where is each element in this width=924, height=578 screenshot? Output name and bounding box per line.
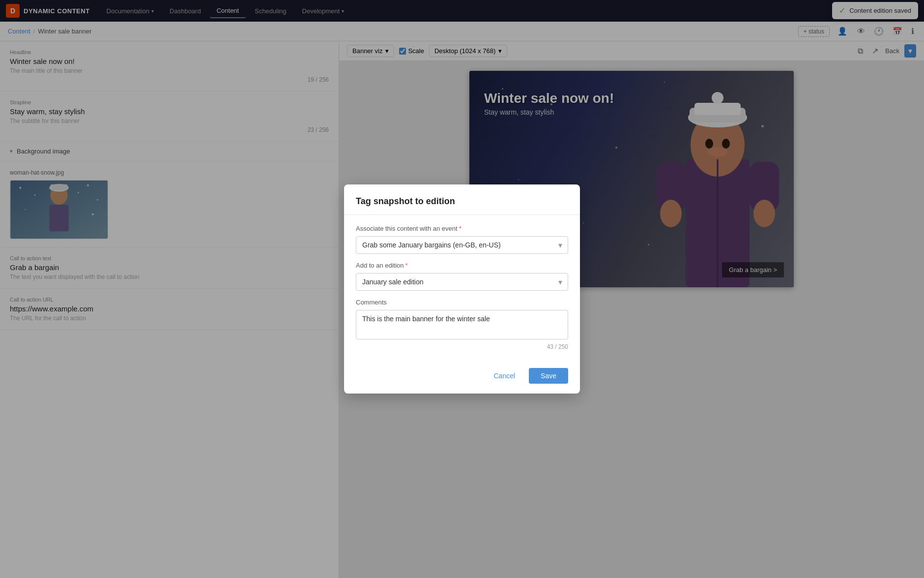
comments-textarea[interactable]: This is the main banner for the winter s… (356, 310, 568, 339)
edition-field-label: Add to an edition * (356, 262, 568, 269)
dialog-header: Tag snapshot to edition (344, 184, 580, 215)
dialog-body: Associate this content with an event * G… (344, 215, 580, 360)
event-field-label: Associate this content with an event * (356, 225, 568, 232)
save-button[interactable]: Save (529, 368, 568, 384)
required-star: * (405, 262, 408, 269)
event-select-wrapper: Grab some January bargains (en-GB, en-US… (356, 236, 568, 254)
dialog-footer: Cancel Save (344, 360, 580, 394)
modal-overlay: Tag snapshot to edition Associate this c… (0, 0, 924, 578)
dialog: Tag snapshot to edition Associate this c… (344, 184, 580, 394)
edition-select-wrapper: January sale edition ▾ (356, 273, 568, 291)
edition-select[interactable]: January sale edition (356, 273, 568, 291)
comments-label: Comments (356, 299, 568, 306)
event-select[interactable]: Grab some January bargains (en-GB, en-US… (356, 236, 568, 254)
comments-counter: 43 / 250 (356, 343, 568, 350)
cancel-button[interactable]: Cancel (486, 368, 523, 384)
required-star: * (459, 225, 462, 232)
